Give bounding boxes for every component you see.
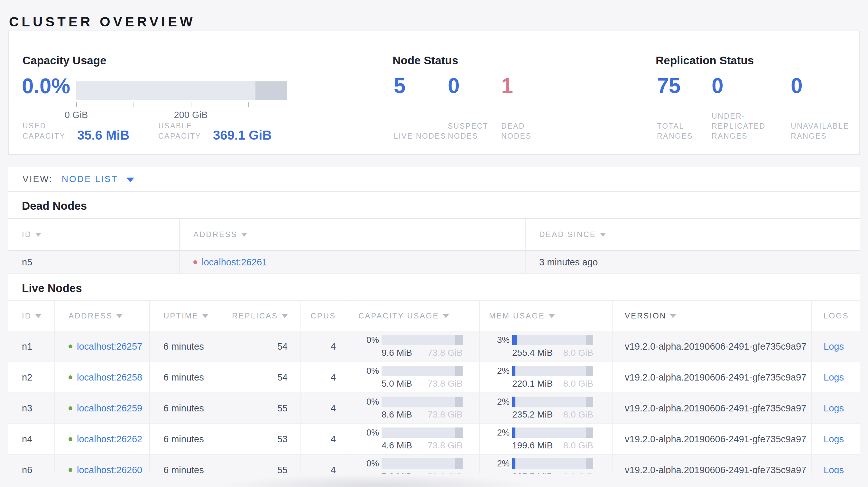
column-header-label: ADDRESS	[193, 230, 238, 239]
column-header-id[interactable]: ID	[8, 301, 55, 331]
mem-usage-cell: 2% 225.5 MiB 8.0 GiB	[480, 455, 613, 474]
node-address-link[interactable]: localhost:26257	[77, 341, 142, 352]
sort-arrow-icon	[35, 314, 41, 318]
capacity-used-value: 9.6 MiB	[381, 348, 412, 358]
replication-status-metrics: 75 TOTAL RANGES 0 UNDER-REPLICATED RANGE…	[657, 75, 862, 141]
capacity-total-value: 73.8 GiB	[428, 471, 463, 474]
node-address-link[interactable]: localhost:26262	[77, 434, 142, 445]
mem-bar-reserved-segment	[586, 366, 593, 376]
replicas-cell: 54	[221, 362, 301, 392]
mem-percent: 2%	[489, 459, 509, 469]
capacity-usage-cell: 0% 8.6 MiB 73.8 GiB	[349, 393, 480, 423]
column-header-id[interactable]: ID	[8, 219, 180, 250]
capacity-bar-reserved-segment	[455, 397, 463, 407]
node-address-link[interactable]: localhost:26260	[77, 465, 142, 474]
mem-used-value: 225.5 MiB	[512, 471, 553, 474]
sort-arrow-icon	[670, 314, 676, 318]
suspect-nodes-metric: 0 SUSPECT NODES	[448, 75, 501, 141]
unavailable-ranges-label: UNAVAILABLE RANGES	[791, 121, 850, 141]
node-status-title: Node Status	[393, 54, 458, 67]
version-cell: v19.2.0-alpha.20190606-2491-gfe735c9a97	[613, 331, 812, 362]
node-address-link[interactable]: localhost:26259	[77, 403, 142, 414]
mem-bar-reserved-segment	[586, 335, 593, 345]
capacity-usage-bar: 0 GiB 200 GiB	[76, 82, 287, 100]
sort-arrow-icon	[241, 233, 247, 237]
live-nodes-heading: Live Nodes	[8, 274, 860, 300]
node-address-link[interactable]: localhost:26261	[202, 257, 267, 268]
mem-total-value: 8.0 GiB	[563, 348, 593, 358]
column-header-label: LOGS	[824, 312, 849, 320]
logs-link[interactable]: Logs	[824, 403, 844, 414]
logs-cell: Logs	[812, 393, 860, 423]
column-header-address[interactable]: ADDRESS	[55, 301, 150, 331]
logs-cell: Logs	[812, 331, 860, 362]
column-header-cpus[interactable]: CPUS	[301, 301, 349, 331]
logs-cell: Logs	[812, 455, 860, 474]
mem-usage-bar	[512, 366, 593, 376]
mem-usage-cell: 2% 220.1 MiB 8.0 GiB	[480, 362, 613, 392]
live-status-dot-icon	[68, 468, 72, 472]
view-dropdown-value[interactable]: NODE LIST	[62, 174, 118, 184]
view-label: VIEW:	[23, 174, 53, 184]
mem-used-value: 235.2 MiB	[512, 410, 553, 420]
capacity-usage-cell: 0% 7.8 MiB 73.8 GiB	[349, 455, 480, 474]
column-header-mem-usage[interactable]: MEM USAGE	[480, 301, 613, 331]
version-cell: v19.2.0-alpha.20190606-2491-gfe735c9a97	[613, 362, 812, 392]
column-header-capacity-usage[interactable]: CAPACITY USAGE	[349, 301, 480, 331]
mem-usage-cell: 3% 255.4 MiB 8.0 GiB	[480, 331, 613, 362]
logs-link[interactable]: Logs	[824, 434, 844, 445]
column-header-uptime[interactable]: UPTIME	[150, 301, 221, 331]
page-title: CLUSTER OVERVIEW	[9, 14, 196, 30]
page-bottom-shadow	[219, 474, 534, 487]
node-address-link[interactable]: localhost:26258	[77, 372, 142, 383]
suspect-nodes-count: 0	[448, 75, 501, 96]
replicas-cell: 54	[221, 331, 301, 362]
replicas-cell: 55	[221, 455, 301, 474]
axis-tick	[76, 102, 77, 107]
version-cell: v19.2.0-alpha.20190606-2491-gfe735c9a97	[613, 455, 812, 474]
cpus-cell: 4	[301, 331, 349, 362]
column-header-replicas[interactable]: REPLICAS	[221, 301, 301, 331]
dead-nodes-label: DEAD NODES	[501, 121, 556, 141]
live-node-row: n1 localhost:26257 6 minutes 54 4 0% 9.6…	[8, 331, 860, 362]
replication-status-title: Replication Status	[656, 54, 754, 67]
dead-nodes-table-header: ID ADDRESS DEAD SINCE	[8, 218, 860, 251]
replicas-cell: 53	[221, 424, 301, 454]
logs-link[interactable]: Logs	[824, 372, 844, 383]
node-id-cell: n6	[8, 455, 55, 474]
live-node-row: n3 localhost:26259 6 minutes 55 4 0% 8.6…	[8, 393, 860, 424]
capacity-usage-title: Capacity Usage	[23, 54, 106, 67]
capacity-total-value: 73.8 GiB	[428, 441, 463, 451]
node-address-cell: localhost:26258	[55, 362, 150, 392]
capacity-percent: 0%	[359, 335, 379, 345]
capacity-bar-reserved-segment	[255, 82, 287, 100]
column-header-label: VERSION	[625, 312, 666, 320]
logs-link[interactable]: Logs	[824, 341, 844, 352]
node-id-cell: n2	[8, 362, 55, 392]
node-address-cell: localhost:26261	[180, 251, 526, 273]
sort-arrow-icon	[203, 314, 208, 318]
live-node-row: n4 localhost:26262 6 minutes 53 4 0% 4.6…	[8, 424, 860, 455]
live-nodes-label: LIVE NODES	[394, 131, 448, 141]
sort-arrow-icon	[549, 314, 555, 318]
total-ranges-label: TOTAL RANGES	[657, 121, 712, 141]
total-ranges-metric: 75 TOTAL RANGES	[657, 75, 712, 141]
version-cell: v19.2.0-alpha.20190606-2491-gfe735c9a97	[613, 424, 812, 454]
mem-bar-reserved-segment	[586, 397, 593, 407]
dead-nodes-heading: Dead Nodes	[8, 192, 860, 218]
column-header-address[interactable]: ADDRESS	[180, 219, 526, 250]
uptime-cell: 6 minutes	[150, 362, 221, 392]
capacity-bar-reserved-segment	[455, 335, 463, 345]
under-replicated-ranges-label: UNDER-REPLICATED RANGES	[712, 111, 771, 141]
column-header-dead-since[interactable]: DEAD SINCE	[526, 219, 860, 250]
sort-arrow-icon	[443, 314, 449, 318]
column-header-label: MEM USAGE	[489, 312, 545, 320]
capacity-usage-bar	[381, 397, 463, 407]
column-header-version[interactable]: VERSION	[613, 301, 812, 331]
node-list-panel: VIEW: NODE LIST Dead Nodes ID ADDRESS DE…	[8, 167, 860, 474]
logs-link[interactable]: Logs	[824, 465, 844, 474]
view-selector-bar: VIEW: NODE LIST	[8, 167, 860, 192]
view-dropdown[interactable]: NODE LIST	[62, 174, 134, 184]
column-header-label: REPLICAS	[232, 312, 278, 320]
chevron-down-icon	[126, 177, 134, 183]
